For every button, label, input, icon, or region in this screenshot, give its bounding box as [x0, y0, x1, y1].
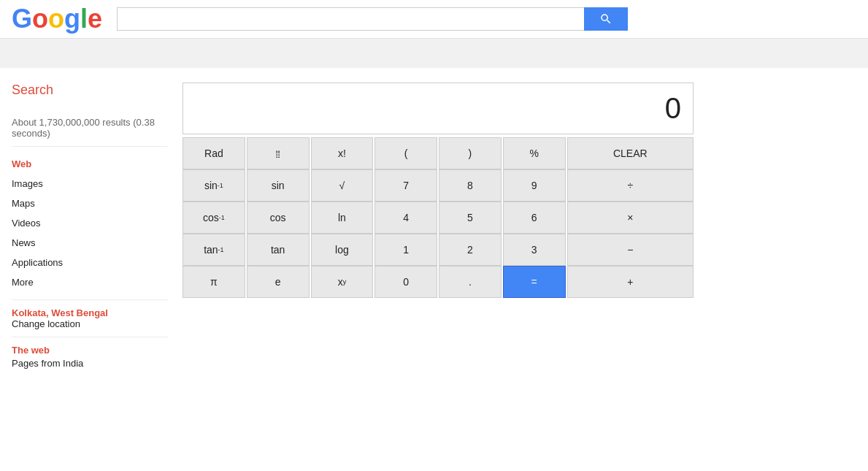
open-paren-btn[interactable]: ( [375, 137, 437, 169]
four-btn[interactable]: 4 [375, 202, 437, 234]
cos-btn[interactable]: cos [247, 202, 310, 234]
power-btn[interactable]: xy [311, 266, 374, 298]
sidebar-divider-mid [12, 299, 168, 300]
search-box-container: calculator [117, 7, 628, 31]
search-button[interactable] [584, 7, 628, 31]
dot-btn[interactable]: . [439, 266, 502, 298]
change-location-link[interactable]: Change location [12, 318, 168, 329]
sidebar-divider-top [12, 146, 168, 147]
sidebar-item-web[interactable]: Web [12, 154, 168, 174]
arctan-btn[interactable]: tan-1 [183, 234, 245, 266]
location-name: Kolkata, West Bengal [12, 307, 168, 318]
one-btn[interactable]: 1 [375, 234, 437, 266]
close-paren-btn[interactable]: ) [439, 137, 502, 169]
tan-btn[interactable]: tan [247, 234, 310, 266]
sidebar-item-videos[interactable]: Videos [12, 213, 168, 233]
calc-row-5: π e xy 0 . = + [183, 266, 694, 298]
sin-btn[interactable]: sin [247, 169, 310, 202]
main-layout: Search About 1,730,000,000 results (0.38… [0, 68, 868, 378]
calc-row-2: sin-1 sin √ 7 8 9 ÷ [183, 169, 694, 202]
grid-btn[interactable]: ⣿ [247, 137, 310, 169]
display-value: 0 [665, 92, 681, 125]
six-btn[interactable]: 6 [503, 202, 566, 234]
arcsin-btn[interactable]: sin-1 [183, 169, 245, 202]
zero-btn[interactable]: 0 [375, 266, 437, 298]
filter-the-web[interactable]: The web [12, 345, 168, 356]
two-btn[interactable]: 2 [439, 234, 502, 266]
ln-btn[interactable]: ln [311, 202, 374, 234]
rad-btn[interactable]: Rad [183, 137, 245, 169]
minus-btn[interactable]: − [567, 234, 694, 266]
plus-btn[interactable]: + [567, 266, 694, 298]
clear-btn[interactable]: CLEAR [567, 137, 694, 169]
sidebar-item-images[interactable]: Images [12, 174, 168, 194]
calculator: 0 Rad ⣿ x! ( ) % CLEAR sin-1 sin √ 7 8 9… [183, 83, 694, 298]
calculator-display: 0 [183, 83, 694, 134]
subheader [0, 39, 868, 68]
google-logo[interactable]: Google [12, 6, 102, 32]
percent-btn[interactable]: % [503, 137, 566, 169]
sidebar-item-more[interactable]: More [12, 272, 168, 292]
pi-btn[interactable]: π [183, 266, 245, 298]
three-btn[interactable]: 3 [503, 234, 566, 266]
sidebar-item-news[interactable]: News [12, 233, 168, 253]
calc-row-4: tan-1 tan log 1 2 3 − [183, 234, 694, 266]
factorial-btn[interactable]: x! [311, 137, 374, 169]
calc-row-1: Rad ⣿ x! ( ) % CLEAR [183, 137, 694, 169]
content-area: 0 Rad ⣿ x! ( ) % CLEAR sin-1 sin √ 7 8 9… [168, 75, 868, 378]
sidebar: Search About 1,730,000,000 results (0.38… [0, 75, 168, 378]
sidebar-item-maps[interactable]: Maps [12, 194, 168, 213]
search-icon [599, 12, 612, 26]
log-btn[interactable]: log [311, 234, 374, 266]
sidebar-location: Kolkata, West Bengal Change location [12, 307, 168, 329]
sqrt-btn[interactable]: √ [311, 169, 374, 202]
e-btn[interactable]: e [247, 266, 310, 298]
header: Google calculator [0, 0, 868, 39]
calc-row-3: cos-1 cos ln 4 5 6 × [183, 202, 694, 234]
arccos-btn[interactable]: cos-1 [183, 202, 245, 234]
search-section-title: Search [12, 83, 168, 98]
multiply-btn[interactable]: × [567, 202, 694, 234]
sidebar-item-applications[interactable]: Applications [12, 253, 168, 272]
filter-pages-from-india[interactable]: Pages from India [12, 356, 168, 371]
sidebar-nav: Web Images Maps Videos News Applications… [12, 154, 168, 292]
equals-btn[interactable]: = [503, 266, 566, 298]
nine-btn[interactable]: 9 [503, 169, 566, 202]
results-info: About 1,730,000,000 results (0.38 second… [12, 107, 168, 139]
five-btn[interactable]: 5 [439, 202, 502, 234]
sidebar-divider-bot [12, 337, 168, 337]
seven-btn[interactable]: 7 [375, 169, 437, 202]
divide-btn[interactable]: ÷ [567, 169, 694, 202]
search-input[interactable]: calculator [117, 7, 584, 31]
eight-btn[interactable]: 8 [439, 169, 502, 202]
